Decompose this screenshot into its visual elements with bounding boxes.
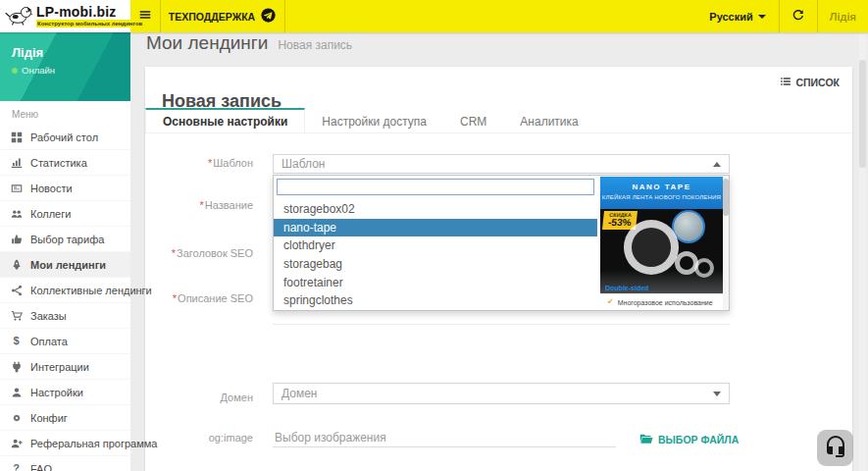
- sidebar-item-collective-landings[interactable]: Коллективные лендинги: [0, 278, 130, 303]
- page-scrollbar-thumb[interactable]: [859, 60, 866, 168]
- online-status-dot: [12, 68, 18, 74]
- list-icon: [780, 76, 791, 89]
- dropdown-option[interactable]: storagebag: [274, 255, 597, 274]
- sidebar-item-referral[interactable]: Реферальная программа: [0, 431, 130, 456]
- sidebar-item-integrations[interactable]: Интеграции: [0, 354, 130, 380]
- preview-product-image: СКИДКА -53% Double-sided: [600, 209, 723, 293]
- logo-subtitle: Конструктор мобильных лендингов: [36, 20, 143, 27]
- logo-title: LP-mobi.biz: [36, 5, 143, 19]
- sidebar-toggle-button[interactable]: [130, 0, 161, 32]
- page-scrollbar: [859, 32, 866, 471]
- thumb-icon: [10, 234, 23, 245]
- sidebar: Лідія Онлайн Меню Рабочий стол Статистик…: [0, 32, 130, 471]
- tab-analytics[interactable]: Аналитика: [503, 108, 594, 132]
- preview-subtitle: КЛЕЙКАЯ ЛЕНТА НОВОГО ПОКОЛЕНИЯ: [600, 194, 723, 200]
- dropdown-option[interactable]: clothdryer: [274, 236, 597, 255]
- og-image-input[interactable]: [273, 428, 616, 447]
- dropdown-option[interactable]: springclothes: [274, 291, 597, 310]
- dropdown-scrollbar: [723, 176, 729, 310]
- sidebar-item-faq[interactable]: ? FAQ: [0, 456, 130, 471]
- folder-icon: [639, 433, 653, 446]
- sidebar-item-tariff[interactable]: Выбор тарифа: [0, 227, 130, 252]
- template-dropdown: storagebox02 nano-tape clothdryer storag…: [273, 175, 730, 311]
- app-root: LP-mobi.biz Конструктор мобильных лендин…: [0, 0, 868, 471]
- share-icon: [10, 285, 23, 296]
- menu-section-label: Меню: [0, 101, 130, 125]
- logo[interactable]: LP-mobi.biz Конструктор мобильных лендин…: [0, 0, 130, 32]
- tab-access-settings[interactable]: Настройки доступа: [305, 108, 443, 132]
- language-label: Русский: [709, 11, 752, 23]
- dashboard-icon: [10, 131, 23, 143]
- refresh-button[interactable]: [780, 0, 817, 32]
- preview-caption: Double-sided: [605, 285, 648, 291]
- sidebar-item-payment[interactable]: $ Оплата: [0, 329, 130, 354]
- sidebar-item-news[interactable]: Новости: [0, 176, 130, 201]
- sidebar-item-settings[interactable]: Настройки: [0, 380, 130, 405]
- preview-feature-text: Многоразовое использование: [618, 299, 713, 306]
- preview-title: NANO TAPE: [600, 183, 723, 191]
- support-chat-button[interactable]: [817, 430, 853, 466]
- label-og-image: og:image: [145, 432, 253, 444]
- dropdown-option[interactable]: storagebox02: [274, 200, 597, 219]
- page-title: Мои лендинги: [146, 32, 268, 54]
- sidebar-user-panel: Лідія Онлайн: [0, 32, 130, 101]
- telegram-icon: [261, 8, 276, 25]
- input-underline: [273, 324, 730, 325]
- sidebar-item-label: FAQ: [30, 463, 52, 471]
- sidebar-item-config[interactable]: Конфиг: [0, 405, 130, 431]
- label-seo-description: *Описание SEO: [145, 292, 253, 304]
- sidebar-item-label: Настройки: [30, 387, 83, 398]
- check-icon: ✔: [607, 298, 614, 306]
- sidebar-item-label: Выбор тарифа: [30, 234, 104, 245]
- tape-roll-image: [624, 220, 679, 275]
- header-username[interactable]: Лідія: [818, 11, 868, 23]
- refresh-icon: [791, 8, 805, 26]
- file-select-button[interactable]: ВЫБОР ФАЙЛА: [639, 433, 739, 446]
- gears-icon: [10, 412, 23, 424]
- hamburger-icon: [138, 8, 152, 26]
- template-select[interactable]: Шаблон: [273, 154, 730, 174]
- file-select-label: ВЫБОР ФАЙЛА: [658, 434, 739, 445]
- tab-bar: Основные настройки Настройки доступа CRM…: [145, 108, 852, 133]
- cart-icon: [10, 310, 23, 322]
- sidebar-item-label: Интеграции: [30, 361, 89, 373]
- page-header: Мои лендинги Новая запись: [130, 32, 868, 64]
- stats-icon: [10, 157, 23, 169]
- tech-support-button[interactable]: ТЕХПОДДЕРЖКА: [160, 0, 285, 32]
- tab-main-settings[interactable]: Основные настройки: [145, 108, 305, 132]
- dropdown-option-selected[interactable]: nano-tape: [274, 219, 597, 237]
- sidebar-item-label: Оплата: [30, 336, 68, 347]
- label-domain: Домен: [145, 392, 253, 403]
- list-button[interactable]: СПИСОК: [780, 76, 840, 89]
- sidebar-item-dashboard[interactable]: Рабочий стол: [0, 125, 130, 150]
- sidebar-item-label: Заказы: [30, 310, 67, 322]
- sidebar-item-statistics[interactable]: Статистика: [0, 150, 130, 176]
- label-seo-title: *Заголовок SEO: [145, 247, 253, 259]
- dropdown-option[interactable]: footretainer: [274, 274, 597, 292]
- sidebar-item-label: Коллеги: [30, 208, 71, 220]
- headset-icon: [824, 435, 847, 462]
- dropdown-search-input[interactable]: [277, 179, 594, 195]
- template-preview: NANO TAPE КЛЕЙКАЯ ЛЕНТА НОВОГО ПОКОЛЕНИЯ…: [600, 177, 723, 310]
- top-header: LP-mobi.biz Конструктор мобильных лендин…: [0, 0, 868, 32]
- breadcrumb: Новая запись: [278, 38, 352, 52]
- users-icon: [10, 208, 23, 220]
- plug-icon: [10, 361, 23, 373]
- chevron-up-icon: [713, 162, 721, 167]
- sidebar-item-my-landings[interactable]: Мои лендинги: [0, 252, 130, 278]
- sidebar-item-label: Новости: [30, 183, 73, 194]
- domain-select-placeholder: Домен: [281, 387, 318, 400]
- sidebar-item-label: Реферальная программа: [30, 438, 157, 449]
- sidebar-item-label: Статистика: [30, 157, 87, 169]
- label-template: *Шаблон: [145, 157, 253, 169]
- user-status: Онлайн: [12, 65, 119, 76]
- sidebar-item-orders[interactable]: Заказы: [0, 303, 130, 329]
- dropdown-scrollbar-thumb[interactable]: [723, 179, 729, 216]
- language-selector[interactable]: Русский: [696, 0, 778, 32]
- topbar-right: Русский Лідія: [696, 0, 868, 32]
- tab-crm[interactable]: CRM: [443, 108, 503, 132]
- user-icon: [10, 387, 23, 398]
- domain-select[interactable]: Домен: [273, 383, 730, 404]
- chevron-down-icon: [713, 392, 721, 396]
- sidebar-item-colleagues[interactable]: Коллеги: [0, 201, 130, 227]
